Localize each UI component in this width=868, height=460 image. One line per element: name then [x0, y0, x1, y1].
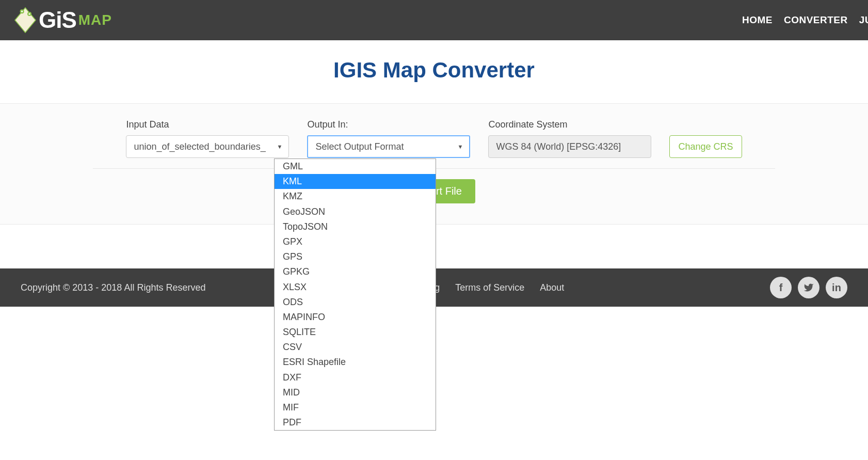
twitter-icon[interactable]: [798, 277, 819, 298]
nav-ju[interactable]: JU: [859, 14, 868, 26]
change-crs-label: Change CRS: [678, 141, 733, 152]
dropdown-option-topojson[interactable]: TopoJSON: [275, 219, 436, 234]
logo-text-main: GiS: [39, 7, 76, 33]
header: GiS MAP HOME CONVERTER JU: [0, 0, 868, 40]
svg-marker-0: [15, 8, 36, 33]
crs-value-text: WGS 84 (World) [EPSG:4326]: [496, 141, 621, 152]
nav: HOME CONVERTER JU: [742, 14, 868, 26]
svg-point-3: [21, 11, 23, 12]
chevron-down-icon: ▼: [458, 144, 463, 150]
social-links: f in: [770, 277, 847, 298]
output-field: Output In: Select Output Format ▼: [307, 119, 470, 158]
page-title: IGIS Map Converter: [0, 40, 868, 103]
nav-home[interactable]: HOME: [742, 14, 773, 26]
copyright: Copyright © 2013 - 2018 All Rights Reser…: [21, 282, 205, 293]
dropdown-option-gpkg[interactable]: GPKG: [275, 264, 436, 279]
chevron-down-icon: ▼: [277, 144, 283, 150]
spacer: [669, 119, 742, 130]
footer-link-about[interactable]: About: [540, 282, 564, 293]
footer-link-terms[interactable]: Terms of Service: [455, 282, 524, 293]
crs-label: Coordinate System: [488, 119, 651, 130]
crs-value: WGS 84 (World) [EPSG:4326]: [488, 135, 651, 158]
change-crs-field: Change CRS: [669, 119, 742, 158]
dropdown-option-gml[interactable]: GML: [275, 159, 436, 174]
input-data-value: union_of_selected_boundaries_: [134, 141, 265, 152]
output-label: Output In:: [307, 119, 470, 130]
dropdown-option-gps[interactable]: GPS: [275, 249, 436, 264]
dropdown-option-kml[interactable]: KML: [275, 174, 436, 189]
dropdown-option-gpx[interactable]: GPX: [275, 234, 436, 249]
linkedin-icon[interactable]: in: [826, 277, 847, 298]
form-row: Input Data union_of_selected_boundaries_…: [0, 119, 868, 158]
logo-text-sub: MAP: [78, 12, 112, 28]
input-data-field: Input Data union_of_selected_boundaries_…: [126, 119, 289, 158]
crs-field: Coordinate System WGS 84 (World) [EPSG:4…: [488, 119, 651, 158]
facebook-icon[interactable]: f: [770, 277, 792, 298]
logo[interactable]: GiS MAP: [13, 5, 112, 36]
dropdown-option-kmz[interactable]: KMZ: [275, 189, 436, 204]
dropdown-option-geojson[interactable]: GeoJSON: [275, 204, 436, 219]
output-format-select[interactable]: Select Output Format ▼: [307, 135, 470, 158]
input-data-select[interactable]: union_of_selected_boundaries_ ▼: [126, 135, 289, 158]
dropdown-option-xlsx[interactable]: XLSX: [275, 280, 436, 295]
facebook-label: f: [779, 282, 783, 294]
dropdown-option-ods[interactable]: ODS: [275, 295, 436, 307]
svg-point-4: [28, 13, 30, 14]
input-data-label: Input Data: [126, 119, 289, 130]
linkedin-label: in: [832, 282, 841, 294]
change-crs-button[interactable]: Change CRS: [669, 135, 742, 158]
nav-converter[interactable]: CONVERTER: [784, 14, 848, 26]
output-placeholder: Select Output Format: [315, 141, 404, 152]
output-format-dropdown[interactable]: GMLKMLKMZGeoJSONTopoJSONGPXGPSGPKGXLSXOD…: [274, 158, 436, 307]
